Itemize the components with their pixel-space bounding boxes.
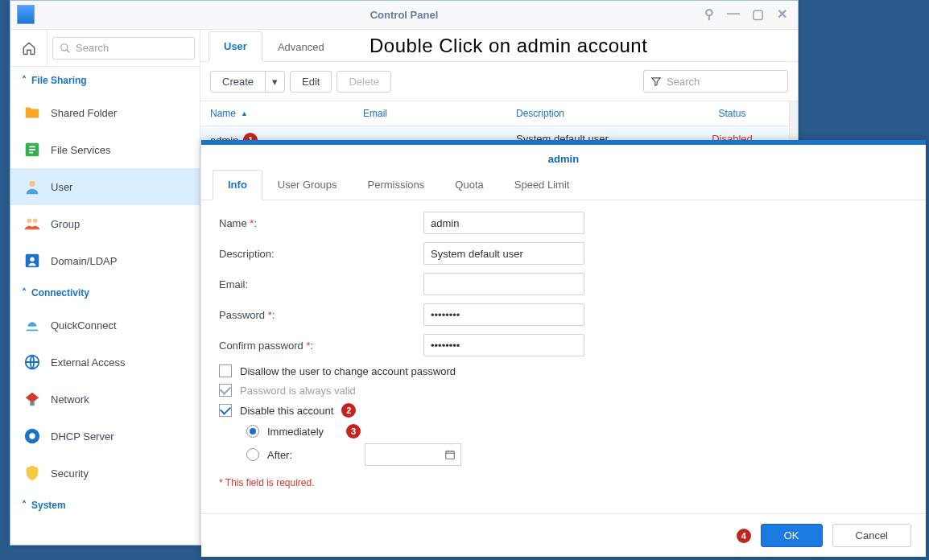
titlebar[interactable]: Control Panel ⚲ — ▢ ✕ <box>10 1 798 30</box>
confirm-password-field[interactable] <box>423 334 584 356</box>
checkbox-password-always-valid: Password is always valid <box>219 384 908 397</box>
svg-rect-12 <box>446 451 455 459</box>
radio-checked-icon <box>246 425 259 438</box>
label-description: Description: <box>219 248 423 260</box>
instruction-headline: Double Click on admin account <box>370 35 647 57</box>
user-edit-dialog: admin Info User Groups Permissions Quota… <box>201 140 926 557</box>
tab-speed-limit[interactable]: Speed Limit <box>499 170 585 200</box>
col-description[interactable]: Description <box>516 108 685 119</box>
domain-ldap-icon <box>23 252 41 270</box>
dropdown-caret-icon[interactable]: ▾ <box>266 72 284 92</box>
svg-point-7 <box>30 257 35 261</box>
password-field[interactable] <box>423 303 584 326</box>
close-button[interactable]: ✕ <box>772 4 791 23</box>
svg-line-1 <box>67 49 70 52</box>
checkbox-icon <box>219 364 232 377</box>
name-field[interactable] <box>423 212 584 234</box>
quickconnect-icon <box>23 316 41 334</box>
label-name: Name *: <box>219 217 423 229</box>
section-file-sharing[interactable]: ˄ File Sharing <box>10 67 200 94</box>
annotation-badge-3: 3 <box>346 424 361 439</box>
svg-point-4 <box>27 219 32 224</box>
search-icon <box>60 43 71 54</box>
label-password: Password *: <box>219 309 423 321</box>
sidebar-item-network[interactable]: Network <box>10 381 200 418</box>
filter-icon <box>650 76 662 87</box>
svg-point-5 <box>33 219 37 224</box>
annotation-badge-4: 4 <box>737 529 751 543</box>
user-icon <box>23 178 41 196</box>
sidebar-item-external-access[interactable]: External Access <box>10 344 200 381</box>
svg-point-3 <box>29 181 35 187</box>
sidebar-item-group[interactable]: Group <box>10 205 200 242</box>
toolbar: Create ▾ Edit Delete Search <box>200 62 798 101</box>
label-email: Email: <box>219 278 423 290</box>
tab-user[interactable]: User <box>209 31 262 62</box>
create-button[interactable]: Create ▾ <box>210 71 285 93</box>
checkbox-disallow-change[interactable]: Disallow the user to change account pass… <box>219 364 908 377</box>
dialog-footer: 4 OK Cancel <box>201 513 926 557</box>
minimize-button[interactable]: — <box>724 4 743 23</box>
checkbox-disable-account[interactable]: Disable this account 2 <box>219 403 908 418</box>
home-button[interactable] <box>10 30 47 66</box>
group-icon <box>23 215 41 233</box>
window-title: Control Panel <box>370 9 439 21</box>
sidebar-item-user[interactable]: User <box>10 168 200 205</box>
network-icon <box>23 390 41 408</box>
section-connectivity[interactable]: ˄ Connectivity <box>10 279 200 307</box>
radio-immediately[interactable]: Immediately 3 <box>246 424 908 439</box>
description-field[interactable] <box>423 242 584 265</box>
dialog-form: Name *: Description: Email: Password *: … <box>201 200 926 513</box>
email-field[interactable] <box>423 273 584 295</box>
section-system[interactable]: ˄ System <box>10 492 200 519</box>
maximize-button[interactable]: ▢ <box>748 4 767 23</box>
col-email[interactable]: Email <box>363 108 516 119</box>
sidebar-item-quickconnect[interactable]: QuickConnect <box>10 307 200 344</box>
home-icon <box>22 41 36 56</box>
sidebar-item-file-services[interactable]: File Services <box>10 131 200 168</box>
svg-point-11 <box>29 433 35 439</box>
label-confirm-password: Confirm password *: <box>219 340 423 352</box>
sidebar-item-domain-ldap[interactable]: Domain/LDAP <box>10 242 200 279</box>
after-date-field[interactable] <box>365 443 461 466</box>
file-services-icon <box>23 141 41 159</box>
tab-info[interactable]: Info <box>213 170 262 200</box>
col-status[interactable]: Status <box>685 108 779 119</box>
tab-quota[interactable]: Quota <box>440 170 498 200</box>
main-tabs: User Advanced Double Click on admin acco… <box>200 30 798 62</box>
required-hint: * This field is required. <box>219 477 908 488</box>
shared-folder-icon <box>23 104 41 121</box>
radio-after[interactable]: After: <box>246 443 908 466</box>
window-controls: ⚲ — ▢ ✕ <box>700 4 791 23</box>
app-icon <box>17 5 35 24</box>
sidebar-item-dhcp-server[interactable]: DHCP Server <box>10 418 200 455</box>
sort-asc-icon: ▲ <box>241 109 248 117</box>
external-access-icon <box>23 353 41 371</box>
dialog-tabs: Info User Groups Permissions Quota Speed… <box>201 170 926 200</box>
svg-rect-9 <box>30 401 35 406</box>
sidebar: Search ˄ File Sharing Shared Folder File… <box>10 30 200 545</box>
dialog-title: admin <box>201 145 926 170</box>
checkbox-checked-icon <box>219 404 232 417</box>
annotation-badge-2: 2 <box>341 403 356 418</box>
tab-user-groups[interactable]: User Groups <box>262 170 353 200</box>
sidebar-item-shared-folder[interactable]: Shared Folder <box>10 94 200 131</box>
tab-advanced[interactable]: Advanced <box>262 32 340 61</box>
cancel-button[interactable]: Cancel <box>832 524 911 547</box>
edit-button[interactable]: Edit <box>290 71 332 93</box>
pin-icon[interactable]: ⚲ <box>700 4 719 23</box>
ok-button[interactable]: OK <box>761 524 823 547</box>
delete-button: Delete <box>337 71 391 93</box>
sidebar-search[interactable]: Search <box>47 30 200 66</box>
sidebar-search-placeholder: Search <box>76 42 109 54</box>
dhcp-server-icon <box>23 427 41 445</box>
tab-permissions[interactable]: Permissions <box>353 170 440 200</box>
grid-header: Name ▲ Email Description Status <box>200 101 789 126</box>
sidebar-item-security[interactable]: Security <box>10 455 200 492</box>
chevron-up-icon: ˄ <box>22 287 27 299</box>
calendar-icon <box>444 449 456 460</box>
toolbar-search[interactable]: Search <box>643 70 788 93</box>
col-name[interactable]: Name ▲ <box>210 108 363 119</box>
chevron-up-icon: ˄ <box>22 75 27 86</box>
checkbox-checked-icon <box>219 384 232 397</box>
